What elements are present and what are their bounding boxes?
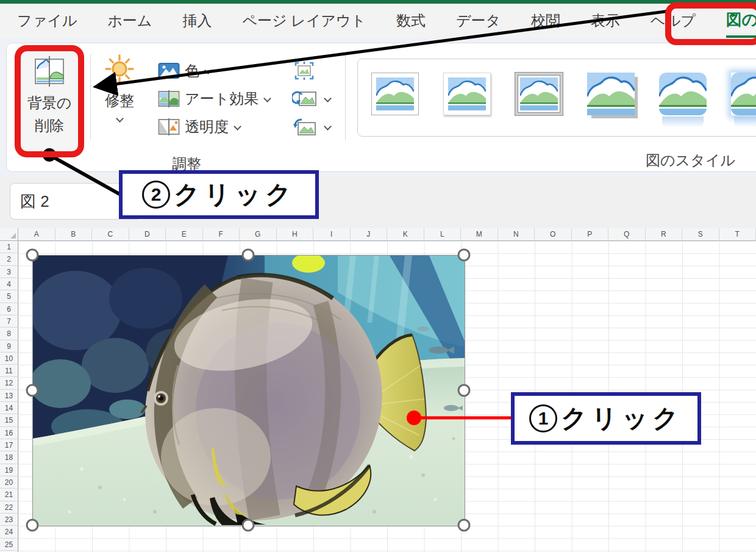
picture-style-metal-frame[interactable] <box>515 73 563 115</box>
tab-insert[interactable]: 挿入 <box>182 11 212 38</box>
chevron-down-icon <box>263 95 271 103</box>
group-separator <box>345 54 346 140</box>
row-header-9[interactable]: 9 <box>0 340 18 353</box>
row-header-21[interactable]: 21 <box>0 489 18 501</box>
row-header-8[interactable]: 8 <box>0 328 18 340</box>
column-header-P[interactable]: P <box>572 228 609 241</box>
column-header-A[interactable]: A <box>18 228 55 241</box>
resize-handle-middle-left[interactable] <box>26 384 39 397</box>
step1-number: 1 <box>529 404 557 432</box>
picture-style-reflected-rounded-rectangle[interactable] <box>659 73 707 115</box>
row-header-5[interactable]: 5 <box>0 290 18 303</box>
transparency-icon <box>158 118 180 136</box>
row-header-24[interactable]: 24 <box>0 526 18 538</box>
select-all-corner[interactable] <box>0 228 18 241</box>
row-header-19[interactable]: 19 <box>0 464 18 476</box>
row-header-3[interactable]: 3 <box>0 266 18 278</box>
step2-callout: 2 クリック <box>119 170 319 219</box>
picture-style-soft-edge-rounded[interactable] <box>731 73 756 115</box>
artistic-effects-button[interactable]: アート効果 <box>158 85 271 113</box>
row-header-7[interactable]: 7 <box>0 315 18 328</box>
ribbon: 背景の 削除 修整 <box>0 38 756 177</box>
resize-handle-top-left[interactable] <box>26 249 39 262</box>
column-header-T[interactable]: T <box>719 228 756 241</box>
artistic-effects-icon <box>158 90 180 108</box>
column-header-I[interactable]: I <box>313 228 351 241</box>
row-header-17[interactable]: 17 <box>0 439 18 451</box>
resize-handle-middle-right[interactable] <box>458 384 471 397</box>
step1-callout: 1 クリック <box>511 392 701 445</box>
change-picture-button[interactable] <box>292 85 332 113</box>
row-header-16[interactable]: 16 <box>0 427 18 439</box>
reset-picture-button[interactable] <box>292 113 332 141</box>
color-picture-icon <box>158 62 180 80</box>
picture-styles-gallery <box>357 59 756 137</box>
row-header-2[interactable]: 2 <box>0 253 18 265</box>
row-header-20[interactable]: 20 <box>0 476 18 489</box>
row-header-14[interactable]: 14 <box>0 402 18 414</box>
row-header-11[interactable]: 11 <box>0 365 18 377</box>
row-header-10[interactable]: 10 <box>0 353 18 365</box>
row-header-22[interactable]: 22 <box>0 501 18 514</box>
formula-bar-strip: 図 2 <box>0 177 756 228</box>
column-headers: ABCDEFGHIJKLMNOPQRST <box>18 228 756 241</box>
step2-number: 2 <box>142 181 170 209</box>
row-header-15[interactable]: 15 <box>0 414 18 426</box>
picture-style-simple-frame-beveled[interactable] <box>443 73 491 115</box>
column-header-F[interactable]: F <box>203 228 240 241</box>
sun-icon <box>105 54 134 84</box>
column-header-H[interactable]: H <box>277 228 314 241</box>
selected-picture-batfish[interactable] <box>32 255 465 526</box>
corrections-button[interactable]: 修整 <box>93 54 146 123</box>
tab-file[interactable]: ファイル <box>17 11 77 38</box>
column-header-L[interactable]: L <box>424 228 462 241</box>
picture-style-simple-frame-white[interactable] <box>371 73 419 115</box>
chevron-down-icon <box>204 67 212 75</box>
row-header-4[interactable]: 4 <box>0 278 18 290</box>
column-header-G[interactable]: G <box>240 228 277 241</box>
excel-window: ファイルホーム挿入ページ レイアウト数式データ校閲表示ヘルプ図の形式 背景の 削… <box>0 0 756 552</box>
tab-view[interactable]: 表示 <box>591 11 620 38</box>
column-header-C[interactable]: C <box>92 228 129 241</box>
column-header-Q[interactable]: Q <box>608 228 646 241</box>
column-header-J[interactable]: J <box>351 228 388 241</box>
batfish-photo-art <box>33 256 465 526</box>
picture-styles-group-label: 図のスタイル <box>646 151 735 170</box>
compress-picture-button[interactable] <box>292 57 332 85</box>
row-header-6[interactable]: 6 <box>0 303 18 315</box>
row-header-1[interactable]: 1 <box>0 241 18 253</box>
row-header-23[interactable]: 23 <box>0 514 18 526</box>
column-header-N[interactable]: N <box>498 228 535 241</box>
tab-review[interactable]: 校閲 <box>531 11 560 38</box>
column-header-M[interactable]: M <box>461 228 498 241</box>
resize-handle-top-middle[interactable] <box>242 249 255 262</box>
ribbon-panel: 背景の 削除 修整 <box>6 43 756 172</box>
picture-tools <box>292 57 332 141</box>
column-header-O[interactable]: O <box>535 228 572 241</box>
transparency-button[interactable]: 透明度 <box>158 113 271 141</box>
row-header-18[interactable]: 18 <box>0 451 18 464</box>
color-button[interactable]: 色 <box>158 57 271 85</box>
chevron-down-icon <box>116 115 124 123</box>
resize-handle-bottom-middle[interactable] <box>242 519 255 532</box>
column-header-E[interactable]: E <box>166 228 203 241</box>
picture-style-drop-shadow-rectangle[interactable] <box>587 73 635 115</box>
row-header-12[interactable]: 12 <box>0 377 18 389</box>
column-header-K[interactable]: K <box>387 228 424 241</box>
tab-page-layout[interactable]: ページ レイアウト <box>242 11 366 38</box>
column-header-R[interactable]: R <box>646 228 683 241</box>
column-header-S[interactable]: S <box>682 228 719 241</box>
column-header-B[interactable]: B <box>55 228 93 241</box>
tab-data[interactable]: データ <box>456 11 501 38</box>
resize-handle-top-right[interactable] <box>458 249 471 262</box>
resize-handle-bottom-left[interactable] <box>26 519 39 532</box>
column-header-D[interactable]: D <box>129 228 166 241</box>
row-header-13[interactable]: 13 <box>0 390 18 402</box>
resize-handle-bottom-right[interactable] <box>458 519 471 532</box>
row-headers: 1234567891011121314151617181920212223242… <box>0 241 18 552</box>
tab-home[interactable]: ホーム <box>107 11 152 38</box>
tab-formulas[interactable]: 数式 <box>396 11 426 38</box>
row-header-25[interactable]: 25 <box>0 539 18 551</box>
transparency-label: 透明度 <box>185 117 229 137</box>
artistic-effects-label: アート効果 <box>185 89 259 109</box>
